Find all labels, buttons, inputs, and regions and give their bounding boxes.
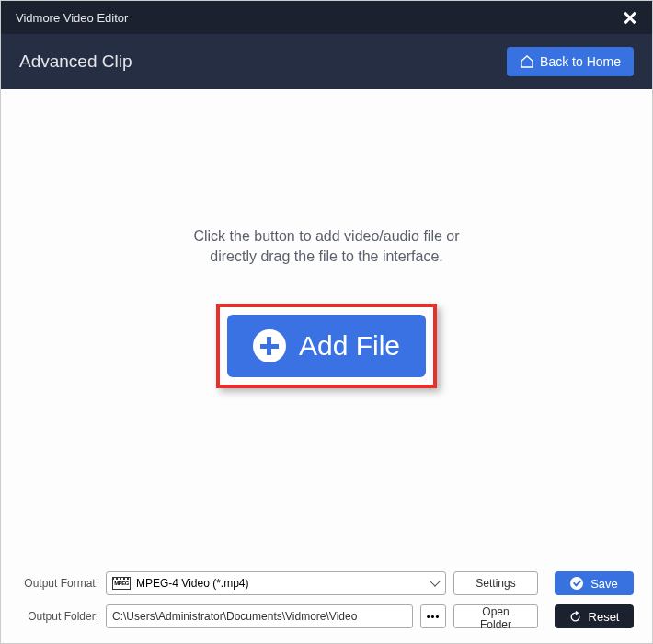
check-icon [570,577,583,590]
reset-label: Reset [589,610,620,624]
plus-icon [253,329,286,362]
open-folder-button[interactable]: Open Folder [453,604,538,628]
home-icon [520,54,534,69]
save-button[interactable]: Save [555,571,634,595]
output-format-label: Output Format: [19,577,98,590]
add-file-label: Add File [299,330,400,362]
instruction-line2: directly drag the file to the interface. [193,247,459,267]
footer: Output Format: MPEG MPEG-4 Video (*.mp4)… [1,562,652,643]
output-folder-row: Output Folder: C:\Users\Administrator\Do… [19,604,634,628]
save-label: Save [590,577,618,591]
back-to-home-label: Back to Home [540,54,621,69]
close-icon[interactable] [623,10,637,25]
app-window: Vidmore Video Editor Advanced Clip Back … [0,0,653,644]
app-title: Vidmore Video Editor [16,11,128,25]
back-to-home-button[interactable]: Back to Home [507,47,634,76]
output-format-select[interactable]: MPEG MPEG-4 Video (*.mp4) [106,571,446,595]
browse-folder-button[interactable]: ••• [420,604,446,628]
output-folder-label: Output Folder: [19,610,98,623]
refresh-icon [569,611,581,623]
settings-button[interactable]: Settings [453,571,538,595]
add-file-highlight-box: Add File [216,304,437,388]
instruction-line1: Click the button to add video/audio file… [193,226,459,247]
output-folder-value: C:\Users\Administrator\Documents\Vidmore… [112,610,357,623]
instruction-text: Click the button to add video/audio file… [193,226,459,268]
header: Advanced Clip Back to Home [1,34,652,89]
output-format-value: MPEG-4 Video (*.mp4) [136,577,249,590]
main-drop-area[interactable]: Click the button to add video/audio file… [1,89,652,562]
reset-button[interactable]: Reset [555,604,634,628]
page-title: Advanced Clip [19,52,132,72]
output-folder-field[interactable]: C:\Users\Administrator\Documents\Vidmore… [106,604,413,628]
add-file-button[interactable]: Add File [227,315,426,377]
titlebar: Vidmore Video Editor [1,1,652,34]
output-format-row: Output Format: MPEG MPEG-4 Video (*.mp4)… [19,571,634,595]
chevron-down-icon [430,579,440,588]
mpeg-icon: MPEG [112,577,131,590]
